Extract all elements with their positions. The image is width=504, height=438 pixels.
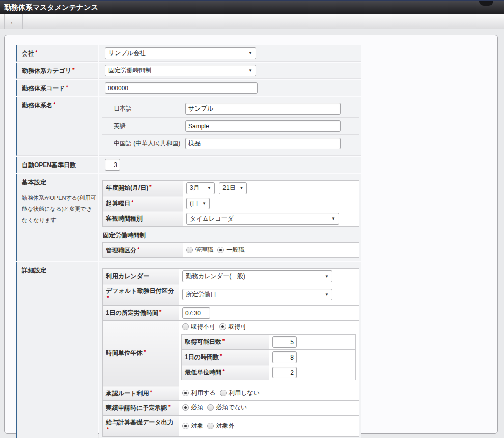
- radio-label: 利用しない: [229, 389, 260, 397]
- start-dow-select[interactable]: (日) ▼: [186, 198, 210, 209]
- radio-option-not-required[interactable]: 必須でない: [207, 403, 247, 412]
- radio-option-leave-allowed[interactable]: 取得可: [219, 322, 246, 331]
- radio-option-general[interactable]: 一般職: [217, 245, 244, 254]
- category-label-cell: 勤務体系カテゴリ*: [16, 63, 98, 79]
- app-header: 勤務体系マスタメンテナンス: [0, 0, 504, 14]
- max-days-label: 取得可能日数: [185, 338, 221, 345]
- max-days-value-cell: [269, 335, 356, 350]
- detail-settings-label-cell: 詳細設定: [16, 262, 98, 438]
- auto-open-input[interactable]: [105, 159, 120, 171]
- row-detail-settings: 詳細設定 利用カレンダー 勤務カレンダー(一般) ▼: [16, 262, 361, 438]
- radio-unchecked-icon: [207, 404, 214, 411]
- schedule-approval-label-cell: 実績申請時に予定承認*: [103, 401, 179, 416]
- company-value-cell: サンプル会社 ▼: [99, 45, 361, 62]
- required-mark: *: [107, 295, 109, 301]
- radio-label: 対象外: [216, 422, 234, 430]
- row-calendar: 利用カレンダー 勤務カレンダー(一般) ▼: [103, 269, 359, 284]
- page-title: 勤務体系マスタメンテナンス: [4, 3, 98, 11]
- hours-per-day-value-cell: [269, 350, 356, 365]
- calendar-select[interactable]: 勤務カレンダー(一般) ▼: [182, 270, 332, 282]
- required-mark: *: [131, 199, 133, 205]
- category-select[interactable]: 固定労働時間制 ▼: [105, 65, 256, 76]
- radio-label: 管理職: [195, 245, 213, 254]
- company-select[interactable]: サンプル会社 ▼: [105, 47, 256, 59]
- default-day-type-value-cell: 所定労働日 ▼: [179, 284, 359, 306]
- basic-settings-label: 基本設定: [22, 179, 46, 186]
- company-select-value: サンプル会社: [108, 49, 244, 58]
- name-chinese-input[interactable]: [185, 138, 341, 149]
- objective-time-select[interactable]: タイムレコーダ ▼: [186, 213, 339, 225]
- calendar-value-cell: 勤務カレンダー(一般) ▼: [179, 269, 359, 284]
- row-code: 勤務体系コード*: [16, 80, 361, 96]
- code-label-cell: 勤務体系コード*: [16, 80, 98, 96]
- name-row-chinese: 中国語 (中華人民共和国): [102, 135, 359, 152]
- required-mark: *: [107, 426, 109, 432]
- hourly-leave-label: 時間単位年休: [106, 349, 143, 357]
- daily-hours-label: 1日の所定労働時間: [106, 309, 158, 316]
- year-start-day-value: 21日: [222, 184, 235, 193]
- required-mark: *: [35, 49, 37, 56]
- radio-option-target[interactable]: 対象: [182, 422, 203, 430]
- radio-label: 取得不可: [191, 322, 215, 331]
- start-dow-label: 起算曜日: [106, 200, 130, 207]
- daily-hours-input[interactable]: [182, 307, 210, 319]
- radio-option-leave-not-allowed[interactable]: 取得不可: [182, 322, 215, 331]
- approval-route-label: 承認ルート利用: [106, 390, 149, 397]
- back-arrow-icon: ←: [9, 17, 18, 26]
- min-unit-input[interactable]: [272, 367, 297, 378]
- radio-checked-icon: [182, 404, 189, 411]
- year-start-month-select[interactable]: 3月 ▼: [186, 182, 215, 194]
- required-mark: *: [222, 338, 225, 344]
- chevron-down-icon: ▼: [248, 68, 253, 73]
- row-year-start: 年度開始(月/日)* 3月 ▼ 21日 ▼: [103, 181, 359, 196]
- category-select-value: 固定労働時間制: [108, 66, 244, 75]
- hourly-leave-detail-table: 取得可能日数* 1日の時間数*: [181, 334, 356, 380]
- auto-open-value-cell: [99, 157, 361, 173]
- radio-option-no-route[interactable]: 利用しない: [220, 389, 260, 397]
- required-mark: *: [53, 101, 55, 107]
- year-start-day-select[interactable]: 21日 ▼: [219, 182, 247, 194]
- row-hourly-leave: 時間単位年休* 取得不可 取得可: [103, 321, 359, 386]
- schedule-approval-value-cell: 必須 必須でない: [179, 401, 359, 416]
- year-start-month-value: 3月: [190, 184, 203, 193]
- hours-per-day-label-cell: 1日の時間数*: [182, 350, 269, 365]
- radio-option-use-route[interactable]: 利用する: [182, 389, 216, 397]
- default-day-type-select[interactable]: 所定労働日 ▼: [182, 289, 332, 300]
- name-locale-rows: 日本語 英語 中国語 (中華人民共和国): [102, 100, 359, 152]
- objective-time-value-cell: タイムレコーダ ▼: [183, 211, 359, 227]
- back-button[interactable]: ←: [4, 14, 23, 29]
- name-japanese-input[interactable]: [185, 103, 341, 115]
- company-label-cell: 会社*: [16, 45, 98, 62]
- required-mark: *: [150, 389, 152, 395]
- manager-class-value-cell: 管理職 一般職: [183, 243, 359, 258]
- form: 会社* サンプル会社 ▼ 勤務体系カテゴリ* 固定労働時間制 ▼: [16, 45, 361, 438]
- basic-settings-note: 勤務体系がOPENする(利用可能な状態になる)と変更できなくなります: [22, 192, 97, 226]
- radio-option-manager[interactable]: 管理職: [186, 245, 213, 254]
- chevron-down-icon: ▼: [325, 292, 329, 297]
- manager-class-table: 管理職区分* 管理職 一般職: [102, 242, 359, 258]
- chevron-down-icon: ▼: [331, 216, 335, 221]
- radio-unchecked-icon: [186, 247, 193, 253]
- objective-time-label-cell: 客観時間種別: [103, 211, 183, 227]
- name-english-input[interactable]: [185, 120, 341, 132]
- code-input[interactable]: [105, 82, 258, 94]
- hours-per-day-input[interactable]: [272, 351, 297, 363]
- chevron-down-icon: ▼: [202, 201, 206, 206]
- detail-settings-table: 利用カレンダー 勤務カレンダー(一般) ▼ デフォルト勤務日付区分*: [102, 268, 359, 437]
- chevron-down-icon: ▼: [207, 186, 211, 190]
- company-label: 会社: [22, 50, 34, 57]
- start-dow-value-cell: (日) ▼: [183, 196, 359, 211]
- code-label: 勤務体系コード: [22, 85, 65, 92]
- calendar-label-cell: 利用カレンダー: [103, 269, 179, 284]
- row-category: 勤務体系カテゴリ* 固定労働時間制 ▼: [16, 63, 361, 79]
- radio-option-not-target[interactable]: 対象外: [207, 422, 234, 430]
- schedule-approval-label: 実績申請時に予定承認: [106, 404, 167, 412]
- name-row-english: 英語: [102, 118, 359, 135]
- detail-settings-label: 詳細設定: [22, 267, 46, 274]
- radio-option-required[interactable]: 必須: [182, 403, 203, 412]
- detail-settings-value-cell: 利用カレンダー 勤務カレンダー(一般) ▼ デフォルト勤務日付区分*: [99, 262, 361, 438]
- basic-settings-table: 年度開始(月/日)* 3月 ▼ 21日 ▼: [102, 180, 359, 227]
- radio-label: 一般職: [226, 245, 244, 254]
- max-days-input[interactable]: [272, 336, 297, 348]
- row-auto-open: 自動OPEN基準日数: [16, 157, 361, 173]
